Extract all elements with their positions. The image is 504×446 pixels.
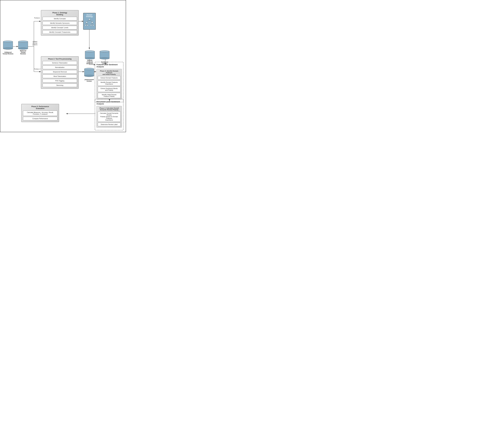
step-pos-tagging: POS Tagging xyxy=(43,79,77,83)
svg-point-19 xyxy=(85,24,86,26)
svg-point-16 xyxy=(89,18,90,20)
phase3-title: Phase 3: Identify Domain Featuresand Ini… xyxy=(98,70,121,75)
ontology-tree-svg xyxy=(85,18,94,26)
svg-line-26 xyxy=(87,23,88,24)
step-determine-review-label: Determine Review Label xyxy=(98,123,121,126)
step-identify-frequencies: Identify Concepts' Frequencies xyxy=(43,30,77,34)
phase5-title: Phase 5: PerformanceEvaluation xyxy=(23,106,57,109)
feature-sentiment-box: Feature-Level Sentiment Analysis Phase 3… xyxy=(95,62,124,102)
portion1-label: Portion1 xyxy=(34,17,40,19)
preprocessed-label: preprocessedreviews xyxy=(83,79,95,82)
phase1-box: Phase 1: OntologyBuilding Identify Conce… xyxy=(41,10,79,36)
step-calculate-measures: Calculate Measures : Accuracy, Recall,Pr… xyxy=(23,111,57,116)
step-identify-concepts: Identify Concepts xyxy=(43,17,77,20)
step-identify-synonyms: Identify Semantic Synonyms xyxy=(43,21,77,25)
step-stemming: Stemming xyxy=(43,83,77,87)
step-compare-performance: Compare Performance xyxy=(23,117,57,120)
unbalanced-label: Unblanced Textual Reviews xyxy=(2,52,14,54)
phase2-box: Phase 2: Text Pre-processing Sentence To… xyxy=(41,56,79,89)
svg-line-27 xyxy=(91,23,92,24)
phase2-title: Phase 2: Text Pre-processing xyxy=(43,58,77,60)
document-sentiment-box: Document-Level Sentiment Analysis Phase … xyxy=(95,99,124,130)
svg-point-20 xyxy=(87,24,88,26)
svg-line-23 xyxy=(87,20,90,21)
step-initial-domain-polarity: Identify Initial Domain Feature Polarity xyxy=(98,93,121,98)
unbalanced-reviews-cylinder: Unblanced Textual Reviews xyxy=(3,39,13,51)
svg-point-21 xyxy=(90,24,92,26)
step-stopwords: Stopwords Removal xyxy=(43,70,77,74)
phase3-inner-box: Phase 3: Identify Domain Featuresand Ini… xyxy=(96,69,122,99)
phase4-inner-box: Phase 4: Calculate OverallSemantic Revie… xyxy=(96,106,122,127)
portion2-label: Portion 2 xyxy=(34,68,40,70)
step-normalization: Normalization xyxy=(43,66,77,69)
domain-concepts-label: DomainConceptsDictionary xyxy=(84,60,96,64)
step-word-tokenization: Word Tokenization xyxy=(43,74,77,78)
step-extract-domain-features: Extract Domain Features xyxy=(98,76,121,80)
svg-point-18 xyxy=(91,21,93,23)
svg-point-22 xyxy=(92,24,94,26)
phase4-title: Phase 4: Calculate OverallSemantic Revie… xyxy=(98,107,121,111)
cylinder-top xyxy=(3,41,13,43)
phase5-box: Phase 5: PerformanceEvaluation Calculate… xyxy=(21,104,59,122)
step-identify-levels: Identify Concepts' Levels xyxy=(43,26,77,29)
step-extract-sentiment-words: Extract Sentiment Words and Polarity xyxy=(98,87,121,92)
balanced-reviews-cylinder: BalancedTextualReviews xyxy=(18,39,28,51)
svg-point-17 xyxy=(86,21,88,23)
domain-concepts-cylinder: DomainConceptsDictionary xyxy=(85,49,95,60)
domain-ontology-box: Domain Ontology xyxy=(83,13,96,30)
svg-line-28 xyxy=(92,23,93,24)
svg-line-25 xyxy=(86,23,87,24)
balanced-label: BalancedTextualReviews xyxy=(18,50,29,54)
sentiment-lexicon-cylinder: SentimentLexicon xyxy=(100,49,109,60)
svg-line-24 xyxy=(90,20,92,21)
main-diagram: Unblanced Textual Reviews BalancedTextua… xyxy=(3,3,124,129)
feature-sentiment-title: Feature-Level Sentiment Analysis xyxy=(96,64,122,68)
step-sentence-tokenization: Sentence Tokenization xyxy=(43,61,77,65)
document-sentiment-title: Document-Level Sentiment Analysis xyxy=(96,101,122,105)
preprocessed-cylinder: preprocessedreviews xyxy=(84,67,94,78)
cylinder-bottom xyxy=(3,48,13,50)
step-calculate-overall: Calculate Overall Semantic ReviewPolarit… xyxy=(98,111,121,122)
ontology-title: Domain Ontology xyxy=(85,14,94,17)
step-domain-features-importance: Identify Domain Features Importance xyxy=(98,80,121,86)
splitted-label: Splittedinto twoportions xyxy=(29,41,41,46)
phase1-title: Phase 1: OntologyBuilding xyxy=(43,12,77,16)
